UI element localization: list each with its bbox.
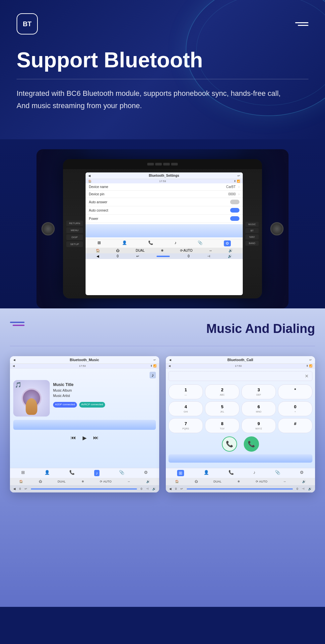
- call-btn-outline[interactable]: 📞: [222, 436, 237, 452]
- c-vol-nav[interactable]: 🔊: [301, 479, 307, 484]
- m-grid-icon[interactable]: ⊞: [21, 470, 25, 476]
- c-power-nav[interactable]: ⏻: [193, 479, 199, 484]
- dial-key-8[interactable]: 8TUV: [205, 418, 239, 433]
- music-artist: Music Artist: [53, 393, 105, 399]
- c-phone-icon[interactable]: 📞: [228, 470, 234, 476]
- m-vol-nav[interactable]: 🔊: [145, 479, 151, 484]
- dial-clear[interactable]: ✕: [305, 373, 309, 379]
- m-fan-nav[interactable]: ❄: [80, 479, 86, 484]
- right-knob[interactable]: [270, 222, 284, 235]
- c-fan-nav[interactable]: ❄: [236, 479, 241, 484]
- disp-btn[interactable]: DISP: [66, 234, 83, 240]
- phone-icon[interactable]: 📞: [148, 240, 153, 246]
- setup-btn[interactable]: SETUP: [66, 241, 83, 247]
- dial-key-2[interactable]: 2ABC: [205, 384, 239, 399]
- c-auto-nav[interactable]: ⟳ AUTO: [254, 479, 269, 484]
- subtitle-line2: And music streaming from your phone.: [17, 101, 142, 110]
- bt-btn[interactable]: BT: [245, 228, 259, 233]
- m-reply[interactable]: ↩: [23, 486, 29, 491]
- power-nav[interactable]: ⏻: [116, 249, 119, 252]
- m-track[interactable]: ⊣: [145, 486, 150, 491]
- dashboard: RETURN MENU DISP SETUP ◀ Bluetooth_Setti…: [63, 159, 262, 298]
- return-btn[interactable]: RETURN: [66, 221, 83, 226]
- c-track[interactable]: ⊣: [300, 486, 306, 491]
- grid-icon[interactable]: ⊞: [98, 240, 101, 246]
- m-settings-icon[interactable]: ⚙: [144, 470, 148, 476]
- vol2-nav[interactable]: 🔊: [228, 254, 232, 258]
- music-menu-icon[interactable]: [10, 322, 25, 326]
- m-power-nav[interactable]: ⏻: [37, 479, 43, 484]
- clip-icon[interactable]: 📎: [198, 240, 203, 246]
- prev-btn[interactable]: ⏮: [71, 435, 76, 441]
- music-nav-bar: 🏠 ⏻ DUAL ❄ ⟳ AUTO ↔ 🔊: [10, 478, 159, 485]
- fan-nav[interactable]: ❄: [161, 249, 163, 252]
- reply-nav[interactable]: ↩: [136, 254, 139, 258]
- c-arrows-nav[interactable]: ↔: [282, 479, 288, 484]
- navi-btn[interactable]: NAVI: [245, 234, 259, 239]
- c-vol2[interactable]: 🔊: [307, 486, 313, 491]
- c-settings-icon[interactable]: ⚙: [300, 470, 304, 476]
- m-arrows-nav[interactable]: ↔: [126, 479, 132, 484]
- dial-key-6[interactable]: 6MNO: [241, 401, 276, 416]
- dial-key-9[interactable]: 9WXYZ: [241, 418, 276, 433]
- dual-nav: DUAL: [136, 249, 145, 252]
- m-clip-icon[interactable]: 📎: [119, 470, 124, 476]
- contacts-icon[interactable]: 👤: [122, 240, 127, 246]
- back-nav[interactable]: ◀: [97, 254, 99, 258]
- m-music-active[interactable]: ♪: [94, 470, 100, 476]
- dial-key-4[interactable]: 4GHI: [168, 401, 203, 416]
- c-reply[interactable]: ↩: [179, 486, 184, 491]
- c-clip-icon[interactable]: 📎: [275, 470, 280, 476]
- m-auto-nav[interactable]: ⟳ AUTO: [98, 479, 113, 484]
- m-back2[interactable]: ◀: [12, 486, 17, 491]
- dial-key-3[interactable]: 3DEF: [241, 384, 276, 399]
- music-btn[interactable]: MUSIC: [245, 222, 259, 227]
- left-knob[interactable]: [41, 222, 55, 235]
- c-home-nav[interactable]: 🏠: [174, 479, 180, 484]
- auto-connect-row: Auto connect: [86, 206, 243, 215]
- settings-icon-active[interactable]: ⚙: [224, 240, 231, 246]
- music-album: Music Album: [53, 388, 105, 393]
- vol-nav[interactable]: 🔊: [228, 249, 232, 252]
- call-btn-filled[interactable]: 📞: [244, 436, 259, 452]
- play-btn[interactable]: ▶: [83, 435, 87, 441]
- band-btn[interactable]: BAND: [245, 241, 259, 246]
- c-music-icon[interactable]: ♪: [253, 470, 256, 476]
- c-grid-active[interactable]: ⊞: [177, 470, 184, 476]
- music-info: Music Title Music Album Music Artist A2D…: [53, 380, 105, 408]
- menu-btn[interactable]: MENU: [66, 227, 83, 233]
- c-back2[interactable]: ◀: [168, 486, 173, 491]
- c-contacts-icon[interactable]: 👤: [204, 470, 209, 476]
- avrcp-badge: AVRCP connected: [79, 402, 105, 408]
- home-nav[interactable]: 🏠: [96, 249, 100, 252]
- dial-key-star[interactable]: *: [278, 384, 312, 399]
- call-mini-screen: ◀ Bluetooth_Call ↩ ◀ 17:53 ⬆ 📶 ✕ 1— 2ABC: [166, 356, 315, 492]
- device-pin-row: Device pin 0000 ›: [86, 191, 243, 198]
- music-screen-return[interactable]: ↩: [154, 358, 156, 361]
- music-time: 17:53: [79, 364, 86, 367]
- m-home-nav[interactable]: 🏠: [18, 479, 24, 484]
- dial-key-1[interactable]: 1—: [168, 384, 203, 399]
- m-zero2: 0: [139, 486, 144, 491]
- dial-key-0[interactable]: 0+: [278, 401, 312, 416]
- m-phone-icon[interactable]: 📞: [69, 470, 75, 476]
- dial-key-5[interactable]: 5JKL: [205, 401, 239, 416]
- dial-key-7[interactable]: 7PQRS: [168, 418, 203, 433]
- dial-key-hash[interactable]: #: [278, 418, 312, 433]
- bt-logo: BT: [17, 13, 38, 34]
- track-nav[interactable]: ⊣: [207, 254, 210, 258]
- auto-nav[interactable]: ⟳ AUTO: [180, 249, 193, 252]
- zero-2: 0: [188, 254, 190, 258]
- music-controls: ⏮ ▶ ⏭: [13, 431, 156, 444]
- device-name-row: Device name CarBT ›: [86, 183, 243, 191]
- music-bottom-bar: ⊞ 👤 📞 ♪ 📎 ⚙: [10, 468, 159, 478]
- call-screen-return[interactable]: ↩: [309, 358, 312, 361]
- m-contacts-icon[interactable]: 👤: [44, 470, 50, 476]
- dial-input[interactable]: ✕: [168, 371, 312, 381]
- music-icon[interactable]: ♪: [174, 240, 176, 246]
- m-vol2[interactable]: 🔊: [151, 486, 157, 491]
- call-time: 17:53: [235, 364, 241, 367]
- next-btn[interactable]: ⏭: [93, 435, 98, 441]
- arrows-nav[interactable]: ↔: [209, 249, 212, 252]
- music-note-icon[interactable]: ♪: [150, 372, 156, 378]
